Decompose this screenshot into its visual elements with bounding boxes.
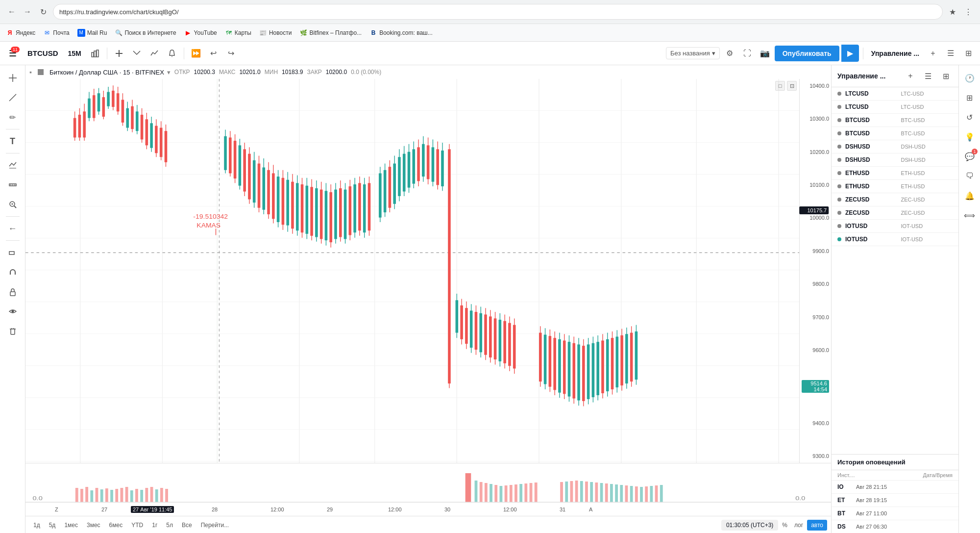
rib-table[interactable]: ⊞ <box>961 89 979 106</box>
tool-eye[interactable] <box>4 303 22 320</box>
wl-desc: BTC-USD <box>901 117 953 123</box>
alert-et[interactable]: ET Авг 28 19:15 <box>832 494 958 507</box>
period-ytd[interactable]: YTD <box>127 520 147 531</box>
watchlist-zecusd-1[interactable]: ZECUSD ZEC-USD <box>832 193 958 206</box>
tool-line[interactable] <box>4 89 22 106</box>
redo-button[interactable]: ↪ <box>223 46 239 61</box>
tool-text[interactable]: T <box>4 132 22 150</box>
bookmark-poisk-label: Поиск в Интернете <box>124 29 176 36</box>
pct-button[interactable]: % <box>779 520 790 531</box>
chart-canvas[interactable]: -19.510342 KAMAS <box>25 79 831 463</box>
refresh-button[interactable]: ↻ <box>37 6 49 18</box>
manage-button[interactable]: Управление ... <box>867 48 923 59</box>
bookmark-youtube[interactable]: ▶ YouTube <box>184 29 217 37</box>
settings-button[interactable]: ⋮ <box>962 6 974 18</box>
rib-clock[interactable]: 🕐 <box>961 69 979 87</box>
watchlist-dshusd-2[interactable]: DSHUSD DSH-USD <box>832 153 958 167</box>
menu-button[interactable]: ☰ 11 <box>4 45 22 62</box>
watchlist-ethusd-1[interactable]: ETHUSD ETH-USD <box>832 167 958 180</box>
alert-io[interactable]: IO Авг 28 21:15 <box>832 481 958 494</box>
tool-measure[interactable] <box>4 176 22 194</box>
tool-crosshair[interactable] <box>4 69 22 87</box>
period-5y[interactable]: 5л <box>162 520 177 531</box>
right-panel-grid[interactable]: ⊞ <box>939 69 953 83</box>
publish-button[interactable]: Опубликовать <box>775 46 839 61</box>
rib-lightbulb[interactable]: 💡 <box>961 128 979 146</box>
bookmark-yandex[interactable]: Я Яндекс <box>6 29 35 37</box>
auto-button[interactable]: авто <box>807 520 827 531</box>
tool-pattern[interactable] <box>4 156 22 174</box>
tool-eraser[interactable] <box>4 244 22 261</box>
tool-trash[interactable] <box>4 322 22 340</box>
watchlist-btcusd-1[interactable]: BTCUSD BTC-USD <box>832 114 958 127</box>
period-3m[interactable]: 3мес <box>83 520 104 531</box>
tool-zoom[interactable] <box>4 196 22 213</box>
address-bar[interactable]: https://ru.tradingview.com/chart/ckuqlBg… <box>53 4 943 20</box>
chart-settings-button[interactable]: ⚙ <box>722 46 737 61</box>
rib-comment[interactable]: 🗨 <box>961 167 979 185</box>
right-panel-add[interactable]: + <box>904 69 917 83</box>
alert-bt[interactable]: BT Авг 27 11:00 <box>832 507 958 520</box>
chart-expand-1[interactable]: □ <box>775 81 785 91</box>
period-6m[interactable]: 6мес <box>105 520 127 531</box>
fullscreen-button[interactable]: ⛶ <box>739 46 755 61</box>
star-button[interactable]: ★ <box>947 6 958 18</box>
tool-magnet[interactable] <box>4 263 22 281</box>
chart-expand-icon[interactable]: ▪ <box>29 68 32 76</box>
tool-pencil[interactable]: ✏ <box>4 108 22 126</box>
bookmark-novosti[interactable]: 📰 Новости <box>259 29 292 37</box>
time-selected: 27 Авг '19 11:45 <box>131 506 174 513</box>
tool-lock[interactable] <box>4 283 22 301</box>
tool-back[interactable]: ← <box>4 220 22 237</box>
forward-button[interactable]: → <box>22 6 33 18</box>
manage-add-button[interactable]: + <box>925 46 941 61</box>
svg-rect-18 <box>9 252 14 254</box>
watchlist-ethusd-2[interactable]: ETHUSD ETH-USD <box>832 180 958 193</box>
period-1y[interactable]: 1г <box>148 520 161 531</box>
chart-type-button[interactable] <box>87 46 103 61</box>
bookmark-bitfinex[interactable]: 🌿 Bitfinex – Платфо... <box>299 29 362 37</box>
svg-rect-274 <box>530 483 533 503</box>
replay-button[interactable]: ⏩ <box>188 46 204 61</box>
template-button[interactable] <box>129 46 145 61</box>
period-1d[interactable]: 1д <box>29 520 44 531</box>
chart-name-label: Без названия <box>670 50 710 57</box>
watchlist-ltcusd-1[interactable]: LTCUSD LTC-USD <box>832 87 958 101</box>
alert-button[interactable] <box>164 46 180 61</box>
bookmark-pochta[interactable]: ✉ Почта <box>43 29 69 37</box>
chart-expand-2[interactable]: ⊡ <box>787 81 797 91</box>
rib-arrows[interactable]: ⟺ <box>961 206 979 224</box>
bookmark-booking[interactable]: B Booking.com: ваш... <box>369 29 433 37</box>
bookmark-karty[interactable]: 🗺 Карты <box>225 29 251 37</box>
rib-chart-alt[interactable]: ↺ <box>961 108 979 126</box>
bookmark-mailru[interactable]: M Mail Ru <box>77 29 107 37</box>
play-button[interactable]: ▶ <box>841 45 859 62</box>
bookmark-poisk[interactable]: 🔍 Поиск в Интернете <box>115 29 176 37</box>
manage-list-button[interactable]: ☰ <box>943 46 958 61</box>
watchlist-iotusd-1[interactable]: IOTUSD IOT-USD <box>832 220 958 233</box>
goto-button[interactable]: Перейти... <box>197 520 233 531</box>
chart-name-button[interactable]: Без названия ▾ <box>666 47 720 59</box>
timeframe-button[interactable]: 15М <box>64 48 85 59</box>
manage-grid-button[interactable]: ⊞ <box>960 46 976 61</box>
rib-bell[interactable]: 🔔 <box>961 187 979 204</box>
period-5d[interactable]: 5д <box>45 520 60 531</box>
period-1m[interactable]: 1мес <box>60 520 82 531</box>
period-all[interactable]: Все <box>178 520 196 531</box>
watchlist-zecusd-2[interactable]: ZECUSD ZEC-USD <box>832 206 958 220</box>
watchlist-dshusd-1[interactable]: DSHUSD DSH-USD <box>832 140 958 153</box>
screenshot-button[interactable]: 📷 <box>757 46 773 61</box>
rib-chat[interactable]: 💬 1 <box>961 148 979 165</box>
watchlist-btcusd-2[interactable]: BTCUSD BTC-USD <box>832 127 958 140</box>
alert-ds[interactable]: DS Авг 27 06:30 <box>832 520 958 533</box>
indicators-button[interactable] <box>147 46 162 61</box>
symbol-button[interactable]: BTCUSD <box>24 47 62 59</box>
right-panel-list[interactable]: ☰ <box>921 69 935 83</box>
chart-title-dropdown[interactable]: ▾ <box>167 69 171 76</box>
watchlist-iotusd-2[interactable]: IOTUSD IOT-USD <box>832 233 958 246</box>
add-indicator-button[interactable] <box>111 46 127 61</box>
log-button[interactable]: лог <box>791 520 806 531</box>
undo-button[interactable]: ↩ <box>206 46 221 61</box>
watchlist-ltcusd-2[interactable]: LTCUSD LTC-USD <box>832 101 958 114</box>
back-button[interactable]: ← <box>6 6 18 18</box>
